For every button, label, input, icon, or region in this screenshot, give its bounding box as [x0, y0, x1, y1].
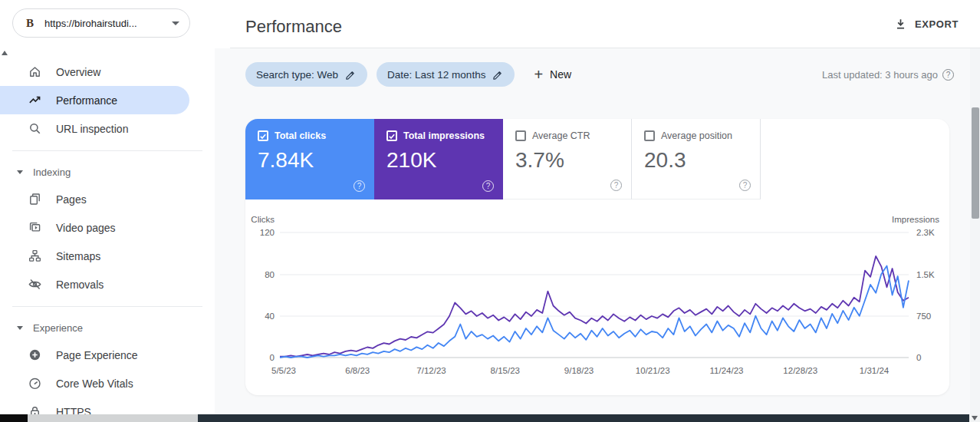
svg-text:11/24/23: 11/24/23 [710, 366, 744, 375]
chip-label: Search type: Web [256, 69, 338, 81]
sidebar-item-https[interactable]: HTTPS [0, 397, 189, 414]
metric-card-total-clicks[interactable]: Total clicks7.84K? [245, 119, 374, 199]
sidebar-item-removals[interactable]: Removals [0, 270, 189, 298]
svg-text:2.3K: 2.3K [916, 228, 935, 237]
scroll-down-arrow-icon [972, 416, 978, 420]
export-button[interactable]: EXPORT [894, 18, 959, 31]
svg-text:1/31/24: 1/31/24 [860, 366, 890, 375]
metric-label: Average CTR [532, 130, 590, 141]
svg-text:5/5/23: 5/5/23 [271, 366, 296, 375]
help-icon: ? [610, 180, 622, 191]
property-url: https://birohairstudi... [44, 18, 164, 29]
section-label: Indexing [33, 166, 71, 178]
edit-pencil-icon [345, 69, 357, 81]
sidebar-item-label: Overview [56, 66, 100, 78]
metric-card-average-ctr[interactable]: Average CTR3.7%? [503, 119, 632, 199]
svg-text:6/8/23: 6/8/23 [345, 366, 370, 375]
filter-chip-search-type-web[interactable]: Search type: Web [245, 62, 367, 87]
svg-text:0: 0 [916, 353, 921, 362]
sidebar-item-label: URL inspection [56, 123, 128, 135]
vertical-scrollbar-thumb[interactable] [972, 107, 979, 219]
last-updated: Last updated: 3 hours ago ? [822, 69, 954, 81]
sidebar-divider [12, 150, 202, 151]
performance-chart[interactable]: ClicksImpressions120804002.3K1.5K75005/5… [245, 199, 949, 394]
page-experience-icon [28, 348, 42, 362]
sidebar-item-label: HTTPS [56, 406, 91, 415]
sidebar-item-label: Sitemaps [56, 250, 100, 262]
left-axis-title: Clicks [251, 215, 275, 224]
sidebar-item-label: Page Experience [56, 349, 138, 361]
vertical-scrollbar[interactable] [970, 48, 980, 414]
metric-cards: Total clicks7.84K?Total impressions210K?… [245, 119, 949, 199]
download-icon [894, 18, 907, 31]
metric-label: Total clicks [275, 130, 326, 141]
sidebar-item-label: Video pages [56, 222, 116, 234]
sidebar-item-label: Removals [56, 279, 104, 291]
sidebar-item-url-inspection[interactable]: URL inspection [0, 114, 189, 143]
help-icon: ? [354, 180, 365, 192]
horizontal-scrollbar[interactable] [0, 414, 980, 422]
metric-checkbox[interactable] [644, 130, 655, 141]
metric-value: 20.3 [644, 148, 748, 173]
svg-text:40: 40 [265, 312, 275, 321]
sidebar-item-pages[interactable]: Pages [0, 185, 189, 213]
metric-checkbox[interactable] [515, 130, 526, 141]
svg-text:12/28/23: 12/28/23 [783, 366, 817, 375]
sidebar-item-video-pages[interactable]: Video pages [0, 213, 189, 242]
filter-chip-date-last-12-months[interactable]: Date: Last 12 months [377, 62, 515, 87]
main-content: Search type: WebDate: Last 12 months + N… [215, 48, 980, 414]
svg-text:9/18/23: 9/18/23 [564, 366, 594, 375]
sidebar-item-label: Performance [56, 94, 117, 107]
gsc-performance-page: B https://birohairstudi... Performance E… [0, 0, 980, 422]
section-label: Experience [33, 322, 83, 334]
sidebar-divider [12, 306, 202, 307]
metric-label: Average position [661, 130, 732, 141]
last-updated-text: Last updated: 3 hours ago [822, 69, 938, 81]
horizontal-scrollbar-track-end [0, 414, 28, 422]
sidebar-item-page-experience[interactable]: Page Experience [0, 341, 189, 369]
new-filter-button[interactable]: + New [534, 67, 571, 82]
metric-checkbox[interactable] [258, 130, 268, 141]
sidebar-item-sitemaps[interactable]: Sitemaps [0, 242, 189, 270]
svg-text:1.5K: 1.5K [916, 270, 935, 279]
help-icon: ? [739, 180, 751, 191]
https-icon [28, 404, 42, 414]
svg-text:80: 80 [265, 270, 275, 279]
metric-value: 7.84K [258, 148, 362, 173]
sidebar-item-overview[interactable]: Overview [0, 58, 189, 86]
svg-text:10/21/23: 10/21/23 [636, 366, 670, 375]
performance-panel: Total clicks7.84K?Total impressions210K?… [245, 119, 949, 395]
plus-icon: + [534, 67, 543, 82]
svg-text:7/12/23: 7/12/23 [416, 366, 446, 375]
top-bar: B https://birohairstudi... Performance E… [0, 0, 980, 48]
search-icon [28, 121, 42, 136]
series-total-impressions [280, 256, 909, 357]
new-filter-label: New [550, 68, 571, 81]
metric-card-average-position[interactable]: Average position20.3? [632, 119, 761, 199]
property-selector[interactable]: B https://birohairstudi... [12, 8, 190, 38]
core-web-vitals-icon [28, 376, 42, 391]
help-icon[interactable]: ? [942, 69, 954, 81]
pages-icon [28, 192, 42, 206]
metric-value: 3.7% [515, 148, 619, 173]
sidebar-item-core-web-vitals[interactable]: Core Web Vitals [0, 369, 189, 397]
scroll-down-button[interactable] [969, 414, 980, 422]
sidebar-item-performance[interactable]: Performance [0, 86, 189, 114]
sidebar-section-indexing[interactable]: Indexing [0, 159, 215, 185]
trending-up-icon [28, 93, 42, 107]
edit-pencil-icon [492, 69, 504, 81]
metric-checkbox[interactable] [386, 130, 397, 141]
horizontal-scrollbar-thumb[interactable] [28, 414, 198, 422]
chevron-down-icon [172, 21, 179, 25]
svg-text:0: 0 [270, 353, 275, 362]
sidebar-item-label: Pages [56, 193, 87, 206]
collapse-arrow-icon [17, 170, 23, 174]
page-title: Performance [245, 17, 342, 37]
svg-text:8/15/23: 8/15/23 [491, 366, 520, 375]
filter-row: Search type: WebDate: Last 12 months + N… [245, 62, 954, 87]
site-favicon: B [23, 16, 37, 30]
sidebar-section-experience[interactable]: Experience [0, 315, 215, 341]
collapse-arrow-icon [17, 326, 23, 330]
scroll-up-arrow-icon[interactable] [2, 51, 8, 55]
metric-card-total-impressions[interactable]: Total impressions210K? [374, 119, 503, 199]
